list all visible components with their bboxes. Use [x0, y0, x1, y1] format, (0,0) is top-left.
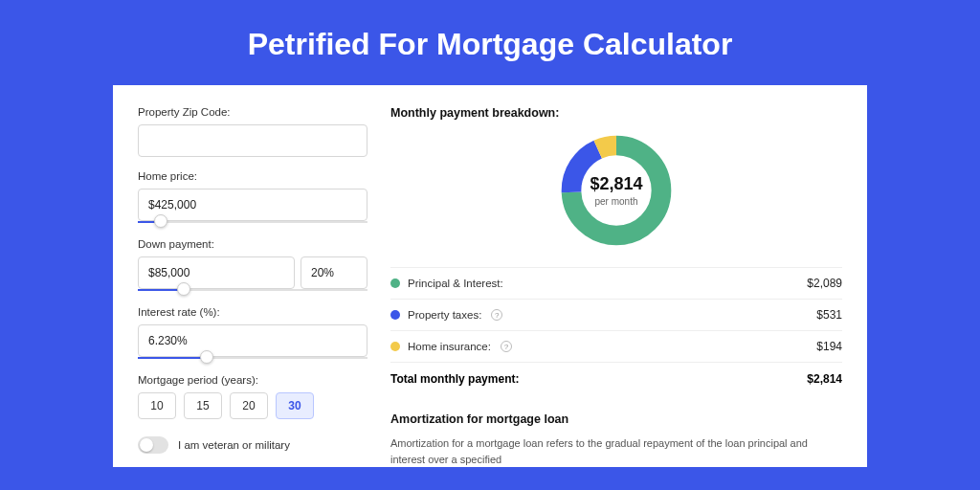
legend-taxes: Property taxes: ? $531: [390, 299, 842, 330]
amort-title: Amortization for mortgage loan: [390, 412, 842, 426]
slider-thumb[interactable]: [154, 214, 167, 228]
slider-thumb[interactable]: [177, 282, 190, 296]
veteran-label: I am veteran or military: [178, 439, 290, 451]
home-price-slider[interactable]: [138, 219, 368, 225]
home-price-label: Home price:: [138, 170, 368, 182]
period-15[interactable]: 15: [184, 392, 222, 419]
legend-principal: Principal & Interest: $2,089: [390, 267, 842, 299]
info-icon[interactable]: ?: [501, 341, 512, 352]
period-20[interactable]: 20: [230, 392, 268, 419]
zip-label: Property Zip Code:: [138, 106, 368, 118]
period-label: Mortgage period (years):: [138, 374, 368, 386]
period-buttons: 10 15 20 30: [138, 392, 368, 419]
home-price-field: Home price:: [138, 170, 368, 225]
amort-text: Amortization for a mortgage loan refers …: [390, 435, 842, 467]
calculator-card: Property Zip Code: Home price: Down paym…: [113, 85, 867, 467]
veteran-row: I am veteran or military: [138, 436, 368, 454]
home-price-input[interactable]: [138, 189, 368, 221]
down-payment-label: Down payment:: [138, 238, 368, 250]
dot-icon: [390, 342, 400, 351]
donut-sub: per month: [594, 196, 637, 207]
info-icon[interactable]: ?: [491, 309, 502, 321]
interest-field: Interest rate (%):: [138, 306, 368, 361]
period-30[interactable]: 30: [276, 392, 314, 419]
down-payment-pct-input[interactable]: [301, 256, 368, 289]
zip-input[interactable]: [138, 124, 368, 157]
veteran-toggle[interactable]: [138, 436, 168, 454]
dot-icon: [390, 278, 400, 288]
legend-insurance: Home insurance: ? $194: [390, 330, 842, 362]
donut-amount: $2,814: [590, 174, 642, 194]
interest-slider[interactable]: [138, 355, 368, 361]
period-10[interactable]: 10: [138, 392, 176, 419]
down-payment-input[interactable]: [138, 256, 295, 289]
down-payment-slider[interactable]: [138, 287, 368, 293]
breakdown-title: Monthly payment breakdown:: [390, 106, 842, 120]
interest-input[interactable]: [138, 324, 368, 357]
slider-thumb[interactable]: [200, 350, 213, 364]
total-row: Total monthly payment: $2,814: [390, 362, 842, 395]
interest-label: Interest rate (%):: [138, 306, 368, 318]
page-title: Petrified For Mortgage Calculator: [0, 0, 980, 85]
down-payment-field: Down payment:: [138, 238, 368, 293]
period-field: Mortgage period (years): 10 15 20 30: [138, 374, 368, 419]
zip-field: Property Zip Code:: [138, 106, 368, 157]
dot-icon: [390, 310, 400, 320]
donut-chart: $2,814 per month: [390, 131, 842, 250]
breakdown-panel: Monthly payment breakdown: $2,814 per mo…: [390, 106, 842, 467]
form-panel: Property Zip Code: Home price: Down paym…: [138, 106, 368, 467]
